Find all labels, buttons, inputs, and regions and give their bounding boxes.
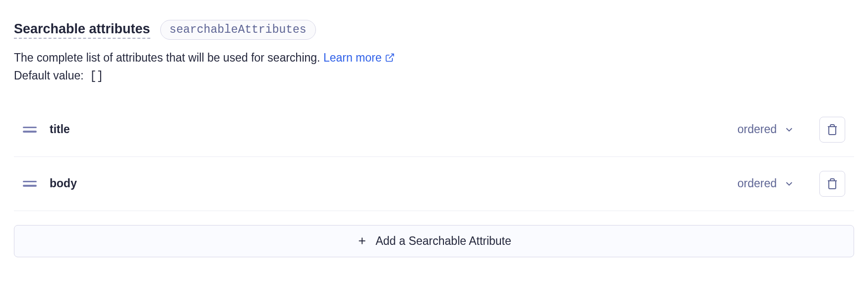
section-title: Searchable attributes bbox=[14, 21, 150, 39]
delete-button[interactable] bbox=[819, 117, 845, 143]
trash-icon bbox=[826, 178, 838, 190]
learn-more-link[interactable]: Learn more bbox=[323, 49, 395, 67]
default-value-label: Default value: bbox=[14, 69, 84, 82]
external-link-icon bbox=[385, 53, 395, 63]
attribute-name: title bbox=[50, 123, 738, 136]
chevron-down-icon bbox=[784, 124, 795, 135]
drag-handle-icon[interactable] bbox=[23, 181, 37, 187]
attribute-row: body ordered bbox=[14, 157, 854, 211]
chevron-down-icon bbox=[784, 178, 795, 189]
ordering-select[interactable]: ordered bbox=[738, 177, 795, 190]
attribute-name: body bbox=[50, 177, 738, 190]
ordering-label: ordered bbox=[738, 177, 777, 190]
default-value-row: Default value: [] bbox=[14, 69, 854, 83]
ordering-label: ordered bbox=[738, 123, 777, 136]
plus-icon bbox=[357, 235, 368, 246]
attribute-list: title ordered body ordered bbox=[14, 103, 854, 211]
ordering-select[interactable]: ordered bbox=[738, 123, 795, 136]
section-description: The complete list of attributes that wil… bbox=[14, 49, 854, 67]
trash-icon bbox=[826, 124, 838, 136]
delete-button[interactable] bbox=[819, 171, 845, 197]
add-attribute-button[interactable]: Add a Searchable Attribute bbox=[14, 225, 854, 257]
svg-line-0 bbox=[389, 54, 393, 59]
section-header: Searchable attributes searchableAttribut… bbox=[14, 20, 854, 40]
api-param-badge: searchableAttributes bbox=[160, 20, 316, 40]
attribute-row: title ordered bbox=[14, 103, 854, 157]
learn-more-label: Learn more bbox=[323, 49, 382, 67]
add-button-label: Add a Searchable Attribute bbox=[375, 234, 511, 248]
drag-handle-icon[interactable] bbox=[23, 127, 37, 133]
description-text: The complete list of attributes that wil… bbox=[14, 51, 320, 64]
default-value: [] bbox=[90, 70, 104, 83]
